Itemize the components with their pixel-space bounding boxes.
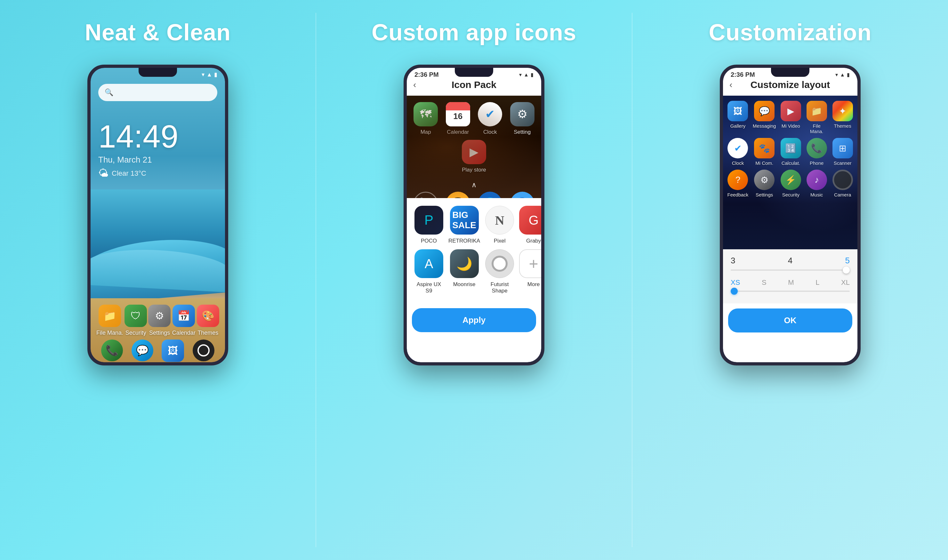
p3-icon-filemana[interactable]: 📁 File Mana. — [806, 101, 828, 134]
p3-icon-settings[interactable]: ⚙ Settings — [753, 169, 776, 197]
p3-filemana-label: File Mana. — [806, 123, 828, 134]
pack-pixel[interactable]: N Pixel — [485, 206, 514, 244]
phone-call-icon[interactable]: 📞 — [101, 340, 123, 361]
pack-futurist[interactable]: Futurist Shape — [485, 249, 514, 294]
dock-item-themes[interactable]: 🎨 Themes — [197, 305, 219, 336]
settings-icon: ⚙ — [148, 305, 171, 327]
phone3-back-button[interactable]: ‹ — [729, 80, 732, 90]
chat-icon[interactable]: 💬 — [132, 340, 153, 361]
phone3-time: 2:36 PM — [731, 71, 755, 78]
size-xl: XL — [841, 278, 850, 287]
phone1-screen: ▾ ▲ ▮ 🔍 14:49 Thu, March 21 🌤 Clear 13°C — [91, 68, 225, 362]
phone2-dark-section: 🗺 Map 16 Calendar ✔ — [407, 96, 541, 198]
phone2-header-title: Icon Pack — [452, 79, 496, 90]
map-label: Map — [420, 129, 431, 135]
dock-item-filemana[interactable]: 📁 File Mana. — [96, 305, 123, 336]
pixel-label: Pixel — [494, 238, 506, 244]
signal-icon: ▲ — [206, 71, 212, 78]
calendar-app-icon: 16 — [446, 102, 470, 126]
phone3: 2:36 PM ▾ ▲ ▮ ‹ Customize layout — [720, 65, 860, 365]
apply-button[interactable]: Apply — [412, 308, 536, 332]
size-slider-thumb[interactable] — [731, 288, 738, 295]
retrorika-label: RETRORIKA — [448, 238, 480, 244]
phone1-search-bar[interactable]: 🔍 — [98, 84, 217, 101]
icon-item-browser[interactable]: 🌐 — [477, 192, 503, 198]
p3-security-label: Security — [782, 192, 799, 197]
p3-music-icon: ♪ — [806, 169, 827, 190]
phone1-time: 14:49 — [98, 120, 217, 152]
p3-phone-label: Phone — [810, 160, 823, 166]
section2-title: Custom app icons — [372, 19, 576, 45]
calendar-label: Calendar — [172, 329, 195, 336]
retrorika-icon: BIGSALE — [450, 206, 479, 235]
columns-slider-thumb[interactable] — [843, 266, 850, 274]
phone1-bottom-row: 📞 💬 🖼 — [91, 336, 225, 362]
p3-icon-calculat[interactable]: 🔢 Calculat. — [780, 138, 802, 166]
p3-icon-micom[interactable]: 🐾 Mi Com. — [753, 138, 776, 166]
p3-icon-clock[interactable]: ✔ Clock — [727, 138, 749, 166]
p3-icon-phone[interactable]: 📞 Phone — [806, 138, 828, 166]
gallery-icon[interactable]: 🖼 — [162, 340, 184, 362]
icon-item-clock[interactable]: ✔ Clock — [477, 102, 503, 135]
p3-icon-feedback[interactable]: ? Feedback — [727, 169, 749, 197]
icon-item-map[interactable]: 🗺 Map — [413, 102, 439, 135]
camera-icon[interactable] — [193, 340, 214, 361]
phone3-signal-icon: ▲ — [840, 72, 845, 78]
icon-item-msg[interactable]: 💬 — [445, 192, 471, 198]
icon-item-setting[interactable]: ⚙ Setting — [509, 102, 535, 135]
phone3-battery-icon: ▮ — [847, 72, 850, 78]
phone1-ocean-bg — [91, 189, 225, 298]
phone3-status-icons: ▾ ▲ ▮ — [835, 72, 850, 78]
p3-icon-camera[interactable]: Camera — [831, 169, 854, 197]
p3-icon-security[interactable]: ⚡ Security — [780, 169, 802, 197]
size-slider[interactable] — [731, 291, 850, 292]
moonrise-label: Moonrise — [453, 281, 476, 288]
p3-icon-mivideo[interactable]: ▶ Mi Video — [780, 101, 802, 134]
dock-item-settings[interactable]: ⚙ Settings — [148, 305, 171, 336]
section-customization: Customization 2:36 PM ▾ ▲ ▮ ‹ Customize … — [633, 0, 948, 560]
filemana-icon: 📁 — [98, 305, 121, 327]
col-num-4: 4 — [788, 256, 793, 266]
more-icon: + — [519, 249, 541, 278]
setting-app-icon: ⚙ — [510, 102, 534, 126]
p3-icon-scanner[interactable]: ⊞ Scanner — [831, 138, 854, 166]
moonrise-icon: 🌙 — [450, 249, 479, 278]
playstore-label: Play store — [462, 167, 486, 173]
pack-graby[interactable]: G Graby — [519, 206, 541, 244]
p3-icon-messaging[interactable]: 💬 Messaging — [753, 101, 776, 134]
phone1-notch — [139, 68, 177, 77]
p3-feedback-icon: ? — [728, 169, 748, 190]
p3-micom-label: Mi Com. — [755, 160, 773, 166]
more-label: More — [528, 281, 540, 288]
dock-item-calendar[interactable]: 📅 Calendar — [172, 305, 195, 336]
phone1-clock-widget: 14:49 Thu, March 21 🌤 Clear 13°C — [91, 108, 225, 182]
p3-mivideo-icon: ▶ — [780, 101, 801, 121]
phone2-back-button[interactable]: ‹ — [413, 80, 416, 90]
p3-themes-label: Themes — [834, 123, 851, 129]
phone1-status-icons: ▾ ▲ ▮ — [202, 71, 217, 78]
p3-icon-gallery[interactable]: 🖼 Gallery — [727, 101, 749, 134]
ok-button[interactable]: OK — [728, 308, 852, 332]
columns-row: 3 4 5 — [731, 256, 850, 266]
columns-slider[interactable] — [731, 269, 850, 271]
aspire-label: Aspire UX S9 — [414, 281, 443, 294]
pack-more[interactable]: + More — [519, 249, 541, 294]
pack-poco[interactable]: P POCO — [414, 206, 443, 244]
collapse-arrow[interactable]: ∧ — [407, 180, 541, 191]
icon-item-calendar[interactable]: 16 Calendar — [445, 102, 471, 135]
phone1-date: Thu, March 21 — [98, 155, 217, 165]
section1-title: Neat & Clean — [85, 19, 231, 45]
icon-item-playstore[interactable]: ▶ Play store — [461, 140, 487, 173]
icon-item-contacts[interactable]: 👤 — [509, 192, 535, 198]
pack-aspire[interactable]: A Aspire UX S9 — [414, 249, 443, 294]
security-label: Security — [125, 329, 146, 336]
p3-icon-music[interactable]: ♪ Music — [806, 169, 828, 197]
phone2-battery-icon: ▮ — [531, 72, 534, 78]
p3-gallery-icon: 🖼 — [728, 101, 748, 121]
icon-item-phone[interactable]: 📞 — [413, 192, 439, 198]
p3-icon-themes[interactable]: ✦ Themes — [831, 101, 854, 134]
p3-filemana-icon: 📁 — [806, 101, 827, 121]
pack-retrorika[interactable]: BIGSALE RETRORIKA — [448, 206, 480, 244]
pack-moonrise[interactable]: 🌙 Moonrise — [448, 249, 480, 294]
dock-item-security[interactable]: 🛡 Security — [125, 305, 147, 336]
